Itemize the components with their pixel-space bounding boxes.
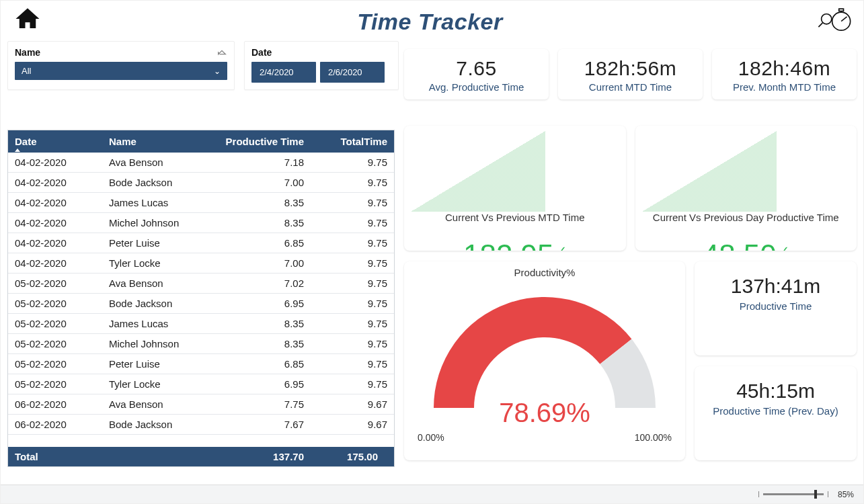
sparkline-bg <box>642 131 777 212</box>
sparkline-bg <box>411 131 545 212</box>
table-row[interactable]: 04-02-2020Bode Jackson7.009.75 <box>8 173 394 193</box>
table-row[interactable]: 05-02-2020Tyler Locke6.959.75 <box>8 374 394 394</box>
kpi-label: Current MTD Time <box>563 81 697 93</box>
goal-day-card[interactable]: Current Vs Previous Day Productive Time … <box>635 126 857 251</box>
table-row[interactable]: 04-02-2020Michel Johnson8.359.75 <box>8 213 394 233</box>
productivity-gauge-card[interactable]: Productivity% 78.69% 0.00% 100.00% <box>404 261 685 460</box>
svg-point-4 <box>822 14 832 24</box>
home-icon[interactable] <box>11 5 44 36</box>
gauge-max: 100.00% <box>635 432 672 443</box>
footer-totaltime-total: 175.00 <box>311 447 394 466</box>
table-row[interactable]: 05-02-2020James Lucas8.359.75 <box>8 314 394 334</box>
svg-line-1 <box>841 17 847 22</box>
chevron-down-icon: ⌄ <box>214 67 221 76</box>
date-filter-label: Date <box>251 47 272 58</box>
table-row[interactable]: 05-02-2020Bode Jackson6.959.75 <box>8 294 394 314</box>
col-header[interactable]: Productive Time <box>217 130 311 153</box>
goal-mtd-card[interactable]: Current Vs Previous MTD Time 182.95✓ Goa… <box>404 126 626 251</box>
table-row[interactable]: 04-02-2020Tyler Locke7.009.75 <box>8 253 394 274</box>
footer-productive-total: 137.70 <box>217 447 311 466</box>
table-row[interactable]: 04-02-2020Peter Luise6.859.75 <box>8 233 394 253</box>
table-row[interactable]: 05-02-2020Ava Benson7.029.75 <box>8 274 394 294</box>
kpi-value: 182h:56m <box>563 57 697 80</box>
card-value: 45h:15m <box>700 380 851 403</box>
kpi-value: 7.65 <box>409 57 543 80</box>
goal-value: 182.95 <box>463 239 554 251</box>
svg-line-5 <box>818 23 822 27</box>
table-row[interactable]: 05-02-2020Michel Johnson8.359.75 <box>8 334 394 354</box>
card-value: 137h:41m <box>700 275 851 298</box>
page-title: Time Tracker <box>44 9 816 35</box>
goal-title: Current Vs Previous MTD Time <box>411 212 619 223</box>
kpi-value: 182h:46m <box>717 57 851 80</box>
zoom-slider[interactable] <box>758 491 828 497</box>
col-header[interactable]: TotalTime <box>311 130 394 153</box>
table-row[interactable]: 04-02-2020James Lucas8.359.75 <box>8 193 394 213</box>
goal-title: Current Vs Previous Day Productive Time <box>642 212 851 223</box>
kpi-current-mtd[interactable]: 182h:56m Current MTD Time <box>558 49 703 99</box>
time-table[interactable]: DateNameProductive TimeTotalTime 04-02-2… <box>7 130 395 467</box>
svg-rect-2 <box>839 9 844 11</box>
card-label: Productive Time <box>700 300 851 312</box>
table-row[interactable]: 06-02-2020Bode Jackson7.679.67 <box>8 415 394 435</box>
zoom-value: 85% <box>838 490 854 499</box>
kpi-label: Prev. Month MTD Time <box>717 81 851 93</box>
kpi-label: Avg. Productive Time <box>409 81 543 93</box>
col-header[interactable]: Name <box>102 130 217 153</box>
name-dropdown[interactable]: All ⌄ <box>15 62 227 80</box>
gauge-title: Productivity% <box>414 267 676 278</box>
clear-filter-icon[interactable] <box>217 47 227 58</box>
goal-value: 48.50 <box>703 239 777 251</box>
table-row[interactable]: 05-02-2020Peter Luise6.859.75 <box>8 354 394 374</box>
col-header[interactable]: Date <box>8 130 102 153</box>
productive-time-prev-card[interactable]: 45h:15m Productive Time (Prev. Day) <box>695 366 857 460</box>
stopwatch-search-icon[interactable] <box>816 5 853 38</box>
card-label: Productive Time (Prev. Day) <box>700 405 851 417</box>
kpi-prev-mtd[interactable]: 182h:46m Prev. Month MTD Time <box>712 49 857 99</box>
name-filter-label: Name <box>15 47 40 58</box>
check-icon: ✓ <box>557 244 567 251</box>
gauge-min: 0.00% <box>418 432 444 443</box>
date-filter-panel: Date 2/4/2020 2/6/2020 <box>244 41 399 90</box>
table-scroll[interactable]: DateNameProductive TimeTotalTime 04-02-2… <box>8 130 394 447</box>
date-to-input[interactable]: 2/6/2020 <box>320 62 385 83</box>
date-from-input[interactable]: 2/4/2020 <box>251 62 316 83</box>
check-icon: ✓ <box>779 244 789 251</box>
productive-time-card[interactable]: 137h:41m Productive Time <box>695 261 857 355</box>
footer-total-label: Total <box>8 447 102 466</box>
table-footer: Total 137.70 175.00 <box>8 447 394 466</box>
kpi-avg-productive[interactable]: 7.65 Avg. Productive Time <box>404 49 549 99</box>
table-row[interactable]: 06-02-2020Ava Benson7.759.67 <box>8 394 394 415</box>
status-bar: 85% <box>1 485 863 503</box>
table-row[interactable]: 04-02-2020Ava Benson7.189.75 <box>8 153 394 173</box>
name-filter-panel: Name All ⌄ <box>7 41 235 90</box>
name-dropdown-value: All <box>22 66 31 76</box>
